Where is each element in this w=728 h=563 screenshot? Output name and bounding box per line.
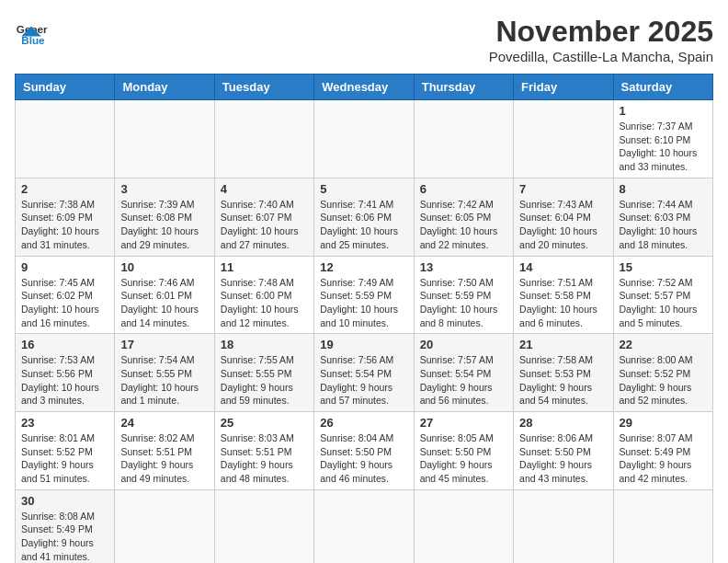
weekday-header-sunday: Sunday [16, 75, 115, 100]
calendar-cell: 20Sunrise: 7:57 AM Sunset: 5:54 PM Dayli… [414, 334, 513, 412]
calendar-cell [115, 100, 214, 178]
day-info: Sunrise: 7:43 AM Sunset: 6:04 PM Dayligh… [519, 198, 607, 252]
day-info: Sunrise: 7:54 AM Sunset: 5:55 PM Dayligh… [120, 353, 208, 408]
week-row-4: 16Sunrise: 7:53 AM Sunset: 5:56 PM Dayli… [16, 334, 713, 412]
day-info: Sunrise: 8:00 AM Sunset: 5:52 PM Dayligh… [620, 353, 707, 408]
day-number: 9 [21, 260, 108, 274]
calendar-cell: 16Sunrise: 7:53 AM Sunset: 5:56 PM Dayli… [16, 334, 115, 412]
calendar-cell: 15Sunrise: 7:52 AM Sunset: 5:57 PM Dayli… [613, 256, 712, 334]
calendar-cell: 5Sunrise: 7:41 AM Sunset: 6:06 PM Daylig… [314, 178, 414, 256]
logo: General Blue [15, 15, 48, 48]
day-number: 10 [120, 260, 208, 274]
day-info: Sunrise: 7:50 AM Sunset: 5:59 PM Dayligh… [420, 276, 507, 330]
day-number: 30 [21, 494, 108, 508]
logo-icon: General Blue [15, 15, 48, 48]
calendar-cell [414, 100, 513, 178]
day-number: 18 [221, 338, 308, 351]
day-info: Sunrise: 7:51 AM Sunset: 5:58 PM Dayligh… [519, 276, 607, 330]
day-number: 22 [620, 338, 707, 351]
calendar-cell: 18Sunrise: 7:55 AM Sunset: 5:55 PM Dayli… [214, 334, 313, 412]
calendar-cell [214, 489, 313, 563]
day-number: 27 [420, 416, 507, 430]
day-number: 4 [221, 182, 308, 196]
day-number: 6 [420, 182, 507, 196]
day-info: Sunrise: 8:01 AM Sunset: 5:52 PM Dayligh… [21, 431, 108, 486]
calendar-cell: 30Sunrise: 8:08 AM Sunset: 5:49 PM Dayli… [16, 489, 115, 563]
day-info: Sunrise: 7:45 AM Sunset: 6:02 PM Dayligh… [21, 276, 108, 330]
calendar-cell: 19Sunrise: 7:56 AM Sunset: 5:54 PM Dayli… [314, 334, 414, 412]
month-title: November 2025 [489, 15, 713, 49]
calendar-cell: 11Sunrise: 7:48 AM Sunset: 6:00 PM Dayli… [214, 256, 313, 334]
day-number: 7 [519, 182, 607, 196]
calendar-cell: 21Sunrise: 7:58 AM Sunset: 5:53 PM Dayli… [514, 334, 613, 412]
calendar-cell [514, 100, 613, 178]
day-info: Sunrise: 8:04 AM Sunset: 5:50 PM Dayligh… [320, 431, 407, 486]
day-number: 13 [420, 260, 507, 274]
week-row-3: 9Sunrise: 7:45 AM Sunset: 6:02 PM Daylig… [16, 256, 713, 334]
weekday-header-saturday: Saturday [613, 75, 712, 100]
day-number: 26 [320, 416, 407, 430]
calendar-cell: 12Sunrise: 7:49 AM Sunset: 5:59 PM Dayli… [314, 256, 414, 334]
day-info: Sunrise: 7:37 AM Sunset: 6:10 PM Dayligh… [620, 120, 707, 174]
calendar-cell: 2Sunrise: 7:38 AM Sunset: 6:09 PM Daylig… [16, 178, 115, 256]
calendar-cell: 4Sunrise: 7:40 AM Sunset: 6:07 PM Daylig… [214, 178, 313, 256]
day-info: Sunrise: 7:58 AM Sunset: 5:53 PM Dayligh… [519, 353, 607, 408]
location-subtitle: Povedilla, Castille-La Mancha, Spain [489, 49, 713, 64]
day-number: 1 [620, 104, 707, 118]
calendar-cell [16, 100, 115, 178]
header: General Blue November 2025 Povedilla, Ca… [15, 15, 713, 64]
calendar-cell: 9Sunrise: 7:45 AM Sunset: 6:02 PM Daylig… [16, 256, 115, 334]
day-number: 11 [221, 260, 308, 274]
week-row-5: 23Sunrise: 8:01 AM Sunset: 5:52 PM Dayli… [16, 412, 713, 490]
weekday-header-row: SundayMondayTuesdayWednesdayThursdayFrid… [16, 75, 713, 100]
day-info: Sunrise: 7:55 AM Sunset: 5:55 PM Dayligh… [221, 353, 308, 408]
calendar-cell: 27Sunrise: 8:05 AM Sunset: 5:50 PM Dayli… [414, 412, 513, 490]
day-number: 5 [320, 182, 407, 196]
calendar-cell: 29Sunrise: 8:07 AM Sunset: 5:49 PM Dayli… [613, 412, 712, 490]
calendar-cell: 17Sunrise: 7:54 AM Sunset: 5:55 PM Dayli… [115, 334, 214, 412]
day-info: Sunrise: 7:44 AM Sunset: 6:03 PM Dayligh… [620, 198, 707, 252]
calendar-cell: 7Sunrise: 7:43 AM Sunset: 6:04 PM Daylig… [514, 178, 613, 256]
day-info: Sunrise: 7:56 AM Sunset: 5:54 PM Dayligh… [320, 353, 407, 408]
svg-text:Blue: Blue [21, 34, 45, 46]
weekday-header-monday: Monday [115, 75, 214, 100]
calendar-table: SundayMondayTuesdayWednesdayThursdayFrid… [15, 74, 713, 563]
day-number: 29 [620, 416, 707, 430]
weekday-header-wednesday: Wednesday [314, 75, 414, 100]
day-info: Sunrise: 8:06 AM Sunset: 5:50 PM Dayligh… [519, 431, 607, 486]
week-row-2: 2Sunrise: 7:38 AM Sunset: 6:09 PM Daylig… [16, 178, 713, 256]
calendar-cell [214, 100, 313, 178]
day-info: Sunrise: 8:03 AM Sunset: 5:51 PM Dayligh… [221, 431, 308, 486]
calendar-cell [314, 100, 414, 178]
day-number: 20 [420, 338, 507, 351]
calendar-cell [414, 489, 513, 563]
day-number: 19 [320, 338, 407, 351]
day-number: 25 [221, 416, 308, 430]
day-info: Sunrise: 7:52 AM Sunset: 5:57 PM Dayligh… [620, 276, 707, 330]
weekday-header-thursday: Thursday [414, 75, 513, 100]
day-info: Sunrise: 7:57 AM Sunset: 5:54 PM Dayligh… [420, 353, 507, 408]
calendar-cell: 10Sunrise: 7:46 AM Sunset: 6:01 PM Dayli… [115, 256, 214, 334]
calendar-cell: 14Sunrise: 7:51 AM Sunset: 5:58 PM Dayli… [514, 256, 613, 334]
day-number: 21 [519, 338, 607, 351]
calendar-cell: 8Sunrise: 7:44 AM Sunset: 6:03 PM Daylig… [613, 178, 712, 256]
day-number: 16 [21, 338, 108, 351]
week-row-1: 1Sunrise: 7:37 AM Sunset: 6:10 PM Daylig… [16, 100, 713, 178]
week-row-6: 30Sunrise: 8:08 AM Sunset: 5:49 PM Dayli… [16, 489, 713, 563]
day-number: 15 [620, 260, 707, 274]
weekday-header-tuesday: Tuesday [214, 75, 313, 100]
day-info: Sunrise: 7:48 AM Sunset: 6:00 PM Dayligh… [221, 276, 308, 330]
day-info: Sunrise: 8:05 AM Sunset: 5:50 PM Dayligh… [420, 431, 507, 486]
calendar-cell: 6Sunrise: 7:42 AM Sunset: 6:05 PM Daylig… [414, 178, 513, 256]
calendar-cell: 22Sunrise: 8:00 AM Sunset: 5:52 PM Dayli… [613, 334, 712, 412]
calendar-cell [314, 489, 414, 563]
calendar-cell: 1Sunrise: 7:37 AM Sunset: 6:10 PM Daylig… [613, 100, 712, 178]
calendar-cell: 24Sunrise: 8:02 AM Sunset: 5:51 PM Dayli… [115, 412, 214, 490]
day-number: 24 [120, 416, 208, 430]
day-info: Sunrise: 7:39 AM Sunset: 6:08 PM Dayligh… [120, 198, 208, 252]
day-info: Sunrise: 7:53 AM Sunset: 5:56 PM Dayligh… [21, 353, 108, 408]
day-number: 12 [320, 260, 407, 274]
calendar-cell: 3Sunrise: 7:39 AM Sunset: 6:08 PM Daylig… [115, 178, 214, 256]
day-info: Sunrise: 7:38 AM Sunset: 6:09 PM Dayligh… [21, 198, 108, 252]
day-info: Sunrise: 8:08 AM Sunset: 5:49 PM Dayligh… [21, 510, 108, 563]
